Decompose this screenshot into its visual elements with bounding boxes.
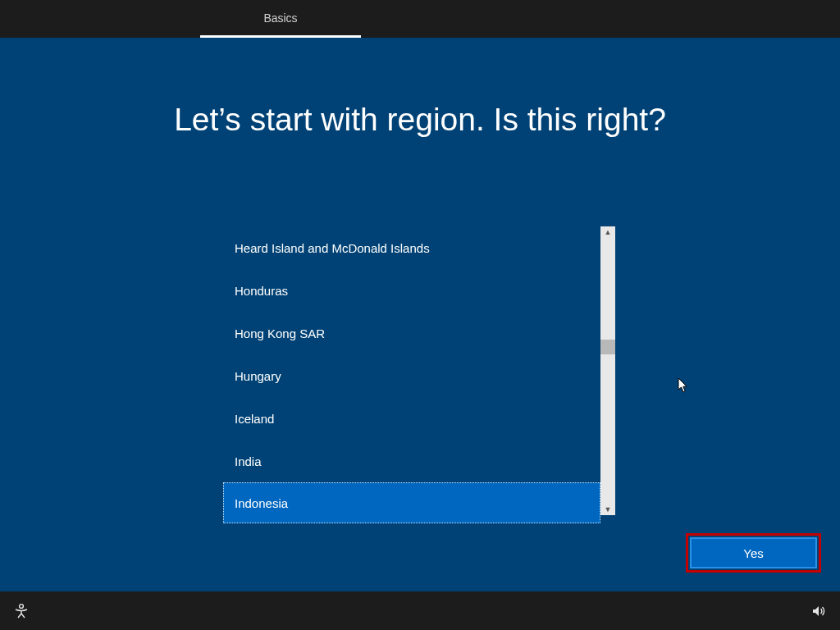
page-heading: Let’s start with region. Is this right? <box>0 102 840 138</box>
region-label: Iceland <box>235 412 274 426</box>
region-item-selected[interactable]: Indonesia <box>223 482 600 523</box>
scrollbar[interactable]: ▲ ▼ <box>600 226 615 515</box>
region-item[interactable]: Hungary <box>223 354 600 397</box>
ease-of-access-icon[interactable] <box>11 601 31 621</box>
region-item[interactable]: Hong Kong SAR <box>223 312 600 354</box>
region-label: India <box>235 454 262 468</box>
scroll-down-arrow-icon[interactable]: ▼ <box>600 504 615 515</box>
volume-icon[interactable] <box>809 601 829 621</box>
tab-label: Basics <box>263 11 297 25</box>
region-label: Heard Island and McDonald Islands <box>235 241 430 255</box>
region-label: Indonesia <box>235 496 288 510</box>
region-item[interactable]: Iceland <box>223 397 600 440</box>
region-item[interactable]: India <box>223 440 600 482</box>
region-label: Hungary <box>235 369 281 383</box>
bottom-bar <box>0 591 840 630</box>
svg-point-0 <box>20 604 24 608</box>
region-label: Hong Kong SAR <box>235 326 325 340</box>
scroll-thumb[interactable] <box>600 340 615 354</box>
yes-button[interactable]: Yes <box>690 537 817 568</box>
main-panel: Let’s start with region. Is this right? … <box>0 38 840 591</box>
region-list-items: Heard Island and McDonald Islands Hondur… <box>223 226 600 515</box>
tab-basics[interactable]: Basics <box>200 0 361 38</box>
region-label: Honduras <box>235 284 288 298</box>
region-item[interactable]: Heard Island and McDonald Islands <box>223 226 600 269</box>
top-bar: Basics <box>0 0 840 38</box>
region-item[interactable]: Honduras <box>223 269 600 312</box>
region-list: Heard Island and McDonald Islands Hondur… <box>223 226 615 515</box>
yes-button-highlight: Yes <box>686 533 821 573</box>
scroll-up-arrow-icon[interactable]: ▲ <box>600 226 615 238</box>
yes-button-label: Yes <box>743 546 763 560</box>
